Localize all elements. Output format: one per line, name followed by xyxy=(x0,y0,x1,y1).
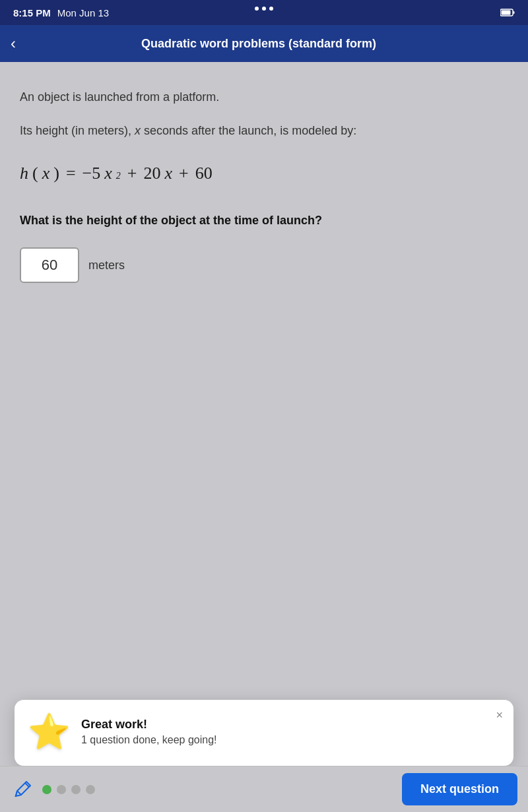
notification-card: × ⭐ Great work! 1 question done, keep go… xyxy=(15,700,513,766)
progress-dot-2 xyxy=(57,785,66,794)
status-dots xyxy=(255,7,273,11)
answer-input[interactable] xyxy=(20,247,79,283)
star-icon: ⭐ xyxy=(28,714,71,749)
status-time: 8:15 PM xyxy=(13,7,51,18)
question-text: What is the height of the object at the … xyxy=(20,212,508,229)
bottom-bar: Next question xyxy=(0,766,528,812)
answer-row: meters xyxy=(20,247,508,283)
battery-icon xyxy=(500,8,515,17)
svg-rect-1 xyxy=(502,11,511,15)
status-icons xyxy=(500,8,515,17)
content-area: An object is launched from a platform. I… xyxy=(0,62,528,590)
nav-bar: ‹ Quadratic word problems (standard form… xyxy=(0,25,528,62)
answer-unit-label: meters xyxy=(88,259,125,272)
equation-func: h xyxy=(20,164,28,183)
progress-dots xyxy=(42,785,95,794)
notification-body: ⭐ Great work! 1 question done, keep goin… xyxy=(28,714,500,749)
paragraph-2: Its height (in meters), x seconds after … xyxy=(20,122,508,140)
progress-dot-3 xyxy=(71,785,81,794)
progress-dot-4 xyxy=(86,785,95,794)
next-question-button[interactable]: Next question xyxy=(402,773,517,805)
notification-close-button[interactable]: × xyxy=(496,709,503,721)
status-date: Mon Jun 13 xyxy=(57,7,109,18)
status-bar: 8:15 PM Mon Jun 13 xyxy=(0,0,528,25)
page-title: Quadratic word problems (standard form) xyxy=(24,37,494,51)
back-button[interactable]: ‹ xyxy=(11,36,16,51)
notification-title: Great work! xyxy=(81,718,217,732)
svg-rect-2 xyxy=(513,11,515,14)
notification-subtitle: 1 question done, keep going! xyxy=(81,734,217,746)
paragraph-1: An object is launched from a platform. xyxy=(20,88,508,106)
progress-dot-1 xyxy=(42,785,51,794)
equation-display: h ( x ) = −5 x 2 + 20 x + 60 xyxy=(20,164,508,183)
bottom-left xyxy=(11,778,95,801)
notification-text: Great work! 1 question done, keep going! xyxy=(81,718,217,746)
pencil-icon[interactable] xyxy=(11,778,34,801)
